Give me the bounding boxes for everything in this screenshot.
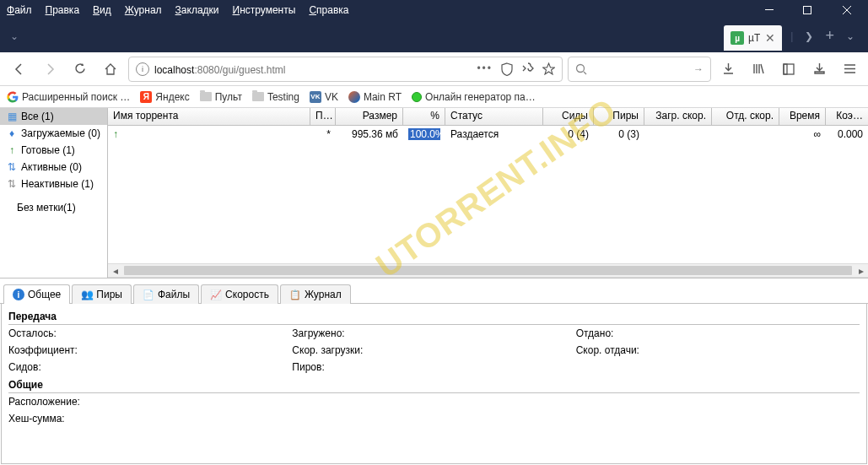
nav-toolbar: i localhost:8080/gui/guest.html ••• → (0, 52, 868, 86)
menu-file[interactable]: Файл (0, 3, 39, 18)
tab-general[interactable]: iОбщее (3, 284, 70, 304)
rutracker-icon (348, 91, 360, 103)
menu-view[interactable]: Вид (86, 3, 118, 18)
back-button[interactable] (7, 57, 32, 82)
tab-history-dropdown[interactable]: ⌄ (5, 30, 24, 42)
menu-history[interactable]: Журнал (118, 3, 169, 18)
col-time[interactable]: Время (779, 108, 826, 125)
bookmark-item[interactable]: Расширенный поиск … (7, 91, 130, 103)
label-remaining: Осталось: (8, 327, 101, 339)
close-window-button[interactable] (826, 0, 868, 19)
horizontal-scrollbar[interactable]: ◂ ▸ (108, 263, 868, 278)
tab-log[interactable]: 📋Журнал (280, 284, 351, 304)
page-actions-icon[interactable]: ••• (477, 62, 493, 76)
sidebar-all[interactable]: ▦Все (1) (0, 108, 107, 125)
col-priority[interactable]: П… (310, 108, 336, 125)
app-menu-button[interactable] (838, 57, 861, 82)
label-peers: Пиров: (292, 361, 385, 373)
bookmark-item[interactable]: Онлайн генератор па… (412, 91, 536, 103)
url-bar[interactable]: i localhost:8080/gui/guest.html ••• (128, 57, 563, 82)
peers-icon: 👥 (81, 289, 93, 300)
menu-bookmarks[interactable]: Закладки (169, 3, 226, 18)
section-general: Общие (8, 376, 860, 393)
label-uploaded: Отдано: (576, 327, 669, 339)
new-tab-button[interactable]: + (825, 27, 834, 45)
browser-tab[interactable]: µ µT ✕ (724, 25, 782, 51)
tab-peers[interactable]: 👥Пиры (72, 284, 132, 304)
label-seeds: Сидов: (8, 361, 101, 373)
sidebar-completed[interactable]: ↑Готовые (1) (0, 142, 107, 159)
bookmark-item[interactable]: Main RT (348, 91, 402, 103)
svg-point-2 (577, 64, 585, 72)
category-sidebar: ▦Все (1) ♦Загружаемые (0) ↑Готовые (1) ⇅… (0, 108, 108, 278)
label-ulspeed: Скор. отдачи: (576, 344, 669, 356)
upload-arrow-icon: ↑ (7, 144, 17, 156)
utorrent-favicon-icon: µ (731, 31, 744, 45)
all-icon: ▦ (7, 111, 17, 122)
scroll-left-icon[interactable]: ◂ (108, 264, 122, 277)
tab-strip: ⌄ µ µT ✕ | ❯ + ⌄ (0, 19, 868, 52)
col-ratio[interactable]: Коэ… (826, 108, 868, 125)
log-icon: 📋 (289, 289, 301, 300)
bookmark-star-icon[interactable] (542, 62, 555, 76)
sidebar-toggle-button[interactable] (777, 57, 801, 82)
column-headers: Имя торрента П… Размер % Статус Сиды Пир… (108, 108, 868, 126)
save-page-button[interactable] (807, 57, 831, 82)
download-arrow-icon: ♦ (7, 127, 17, 139)
maximize-button[interactable] (788, 0, 826, 19)
col-seeds[interactable]: Сиды (543, 108, 594, 125)
reload-button[interactable] (67, 57, 93, 82)
seed-status-icon: ↑ (113, 128, 118, 140)
svg-rect-0 (765, 9, 774, 10)
tab-close-button[interactable]: ✕ (765, 31, 775, 45)
tracking-protection-icon[interactable] (501, 62, 513, 76)
svg-rect-3 (784, 64, 794, 74)
progress-bar: 100.0% (408, 128, 440, 140)
svg-rect-1 (803, 6, 811, 14)
sidebar-no-label[interactable]: Без метки(1) (0, 199, 107, 216)
devtools-icon[interactable] (521, 62, 534, 76)
section-transfer: Передача (8, 307, 860, 325)
menu-tools[interactable]: Инструменты (226, 3, 303, 18)
google-icon (7, 91, 19, 103)
menubar: Файл Правка Вид Журнал Закладки Инструме… (0, 0, 868, 19)
bookmark-item[interactable]: Пульт (200, 91, 242, 103)
tab-overflow-button[interactable]: ⌄ (846, 30, 855, 42)
search-go-icon[interactable]: → (693, 63, 704, 75)
bookmark-item[interactable]: VKVK (310, 91, 338, 103)
tab-speed[interactable]: 📈Скорость (201, 284, 278, 304)
col-status[interactable]: Статус (445, 108, 543, 125)
svg-rect-4 (784, 64, 787, 74)
home-button[interactable] (98, 57, 123, 82)
minimize-button[interactable] (750, 0, 788, 19)
library-button[interactable] (747, 57, 770, 82)
bookmark-item[interactable]: ЯЯндекс (140, 91, 189, 103)
site-info-icon[interactable]: i (136, 62, 149, 76)
downloads-button[interactable] (716, 57, 740, 82)
inactive-icon: ⇅ (7, 178, 17, 190)
bookmark-item[interactable]: Testing (252, 91, 299, 103)
sidebar-active[interactable]: ⇅Активные (0) (0, 159, 107, 176)
speed-icon: 📈 (210, 289, 222, 300)
search-box[interactable]: → (568, 57, 711, 82)
col-peers[interactable]: Пиры (594, 108, 644, 125)
sidebar-inactive[interactable]: ⇅Неактивные (1) (0, 176, 107, 192)
menu-help[interactable]: Справка (302, 3, 355, 18)
scroll-thumb[interactable] (124, 266, 852, 275)
scroll-right-icon[interactable]: ▸ (854, 264, 868, 277)
menu-edit[interactable]: Правка (39, 3, 87, 18)
yandex-icon: Я (140, 91, 152, 103)
torrent-row[interactable]: ↑ * 995.36 мб 100.0% Раздается 0 (4) 0 (… (108, 126, 868, 143)
active-icon: ⇅ (7, 161, 17, 173)
tab-files[interactable]: 📄Файлы (133, 284, 199, 304)
col-ulspeed[interactable]: Отд. скор. (712, 108, 779, 125)
col-dlspeed[interactable]: Загр. скор. (644, 108, 712, 125)
forward-button[interactable] (37, 57, 62, 82)
col-pct[interactable]: % (403, 108, 445, 125)
label-location: Расположение: (8, 396, 101, 408)
sidebar-downloading[interactable]: ♦Загружаемые (0) (0, 125, 107, 142)
col-name[interactable]: Имя торрента (108, 108, 310, 125)
info-icon: i (13, 289, 24, 300)
tab-list-button[interactable]: ❯ (805, 30, 813, 42)
col-size[interactable]: Размер (336, 108, 403, 125)
